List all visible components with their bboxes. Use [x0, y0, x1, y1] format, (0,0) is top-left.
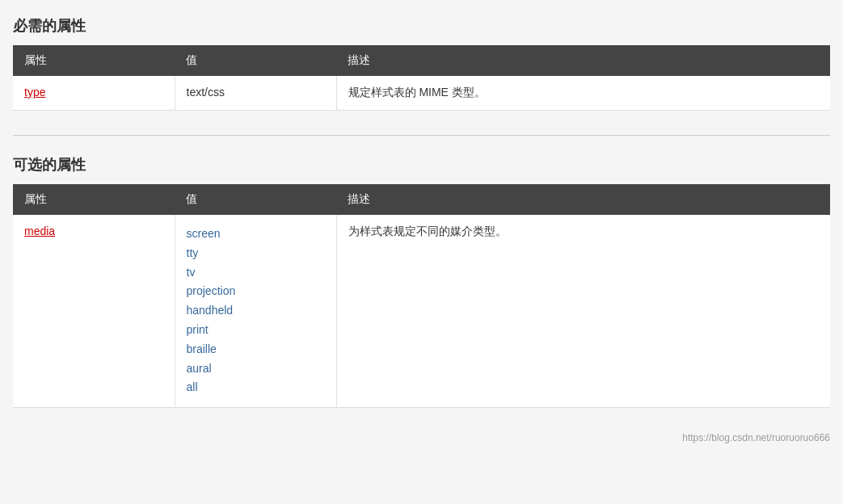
header-attr: 属性	[13, 45, 175, 76]
media-value-screen: screen	[187, 225, 325, 244]
header-desc: 描述	[336, 45, 830, 76]
optional-section-title: 可选的属性	[13, 155, 830, 174]
required-desc-cell: 规定样式表的 MIME 类型。	[336, 76, 830, 111]
opt-header-value: 值	[175, 184, 336, 215]
media-value-braille: braille	[187, 340, 325, 359]
media-value-tty: tty	[187, 244, 325, 263]
media-value-all: all	[187, 378, 325, 397]
required-section: 必需的属性 属性 值 描述 type text/css 规定样式表的 MIME …	[13, 16, 830, 111]
media-value-print: print	[187, 321, 325, 340]
required-table-header-row: 属性 值 描述	[13, 45, 830, 76]
optional-attr-cell: media	[13, 215, 175, 408]
optional-table-row: media screen tty tv projection handheld …	[13, 215, 830, 408]
media-value-aural: aural	[187, 359, 325, 379]
required-value-cell: text/css	[175, 76, 336, 111]
required-attr-cell: type	[13, 76, 175, 111]
media-value-tv: tv	[187, 263, 325, 283]
optional-table-header-row: 属性 值 描述	[13, 184, 830, 215]
opt-header-attr: 属性	[13, 184, 175, 215]
media-values-list: screen tty tv projection handheld print …	[187, 225, 325, 397]
required-attributes-table: 属性 值 描述 type text/css 规定样式表的 MIME 类型。	[13, 45, 830, 111]
optional-desc-cell: 为样式表规定不同的媒介类型。	[336, 215, 830, 408]
media-value-projection: projection	[187, 282, 325, 301]
opt-header-desc: 描述	[336, 184, 830, 215]
required-table-row: type text/css 规定样式表的 MIME 类型。	[13, 76, 830, 111]
media-link[interactable]: media	[24, 225, 55, 237]
header-value: 值	[175, 45, 336, 76]
type-link[interactable]: type	[24, 86, 45, 99]
optional-section: 可选的属性 属性 值 描述 media screen tty tv projec…	[13, 155, 830, 408]
required-section-title: 必需的属性	[13, 16, 830, 36]
optional-values-cell: screen tty tv projection handheld print …	[175, 215, 336, 408]
optional-attributes-table: 属性 值 描述 media screen tty tv projection h…	[13, 184, 830, 408]
section-divider	[13, 135, 830, 136]
media-value-handheld: handheld	[187, 301, 325, 321]
watermark: https://blog.csdn.net/ruoruoruo666	[13, 432, 830, 443]
